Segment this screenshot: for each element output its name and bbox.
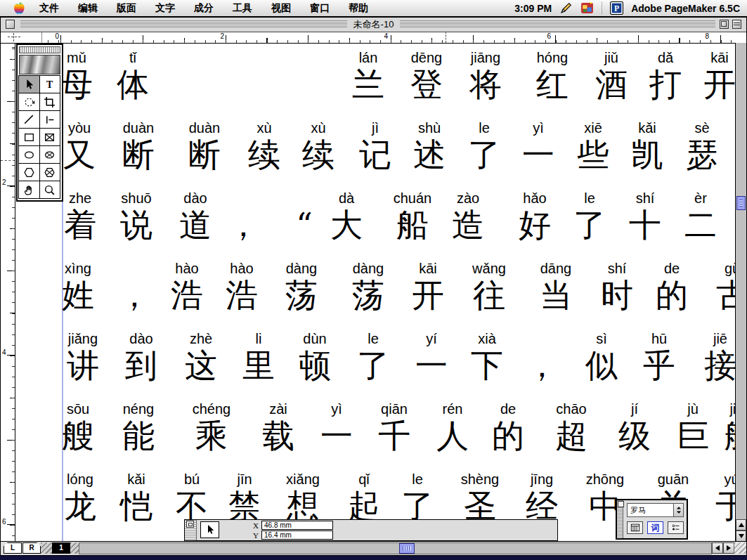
vruler-number: 4 [2, 349, 6, 356]
hanzi-char: ， [227, 208, 259, 242]
hanzi-char: 圣 [461, 489, 500, 523]
vertical-scrollbar[interactable] [735, 43, 746, 542]
application-icon[interactable] [580, 1, 594, 15]
master-page-right[interactable]: R [22, 542, 41, 554]
tool-pointer[interactable] [18, 75, 40, 93]
tool-line[interactable] [18, 110, 40, 129]
tool-text[interactable]: T [39, 75, 61, 93]
menu-help[interactable]: 帮助 [349, 2, 368, 15]
hanzi-char: 了 [468, 138, 500, 171]
menu-utilities[interactable]: 工具 [233, 2, 252, 15]
char-cell: ， [526, 330, 558, 382]
pencil-icon[interactable] [559, 1, 573, 15]
ruler-origin-box[interactable] [1, 32, 42, 44]
horizontal-scrollbar-thumb[interactable] [399, 543, 415, 554]
tool-constrained-line[interactable] [39, 110, 61, 129]
char-cell: mǔ母 [60, 48, 93, 101]
tool-polygon-frame[interactable] [39, 163, 61, 181]
pinyin-label: dēng [410, 48, 443, 67]
master-page-left[interactable]: L [4, 542, 22, 554]
char-cell: zào造 [452, 189, 484, 242]
collapse-box[interactable] [732, 20, 741, 29]
text-row-6: sōu艘néng能chéng乘zài载yì一qiān千rén人de的chāo超j… [15, 400, 735, 470]
window-resize-grip[interactable] [734, 542, 746, 554]
char-cell: li里 [242, 330, 275, 382]
char-cell: le了 [468, 119, 500, 171]
pinyin-label: le [401, 470, 434, 489]
hanzi-char: ， [118, 278, 150, 312]
hanzi-char: 往 [472, 278, 506, 312]
hanzi-char: 瑟 [686, 138, 718, 171]
menu-type[interactable]: 文字 [155, 2, 175, 15]
pinyin-label: lán [352, 48, 384, 67]
tool-rotate[interactable] [18, 93, 40, 111]
char-cell: yí一 [415, 330, 448, 382]
x-position-field[interactable]: 46.8 mm [261, 521, 333, 530]
pointer-tool-proxy-button[interactable] [200, 521, 219, 538]
apple-menu-icon[interactable] [13, 2, 25, 15]
scroll-left-button[interactable] [712, 542, 723, 554]
scroll-right-button[interactable] [723, 542, 734, 554]
zoom-box[interactable] [720, 20, 729, 29]
char-cell: sì似 [585, 330, 618, 382]
hanzi-char: 了 [401, 489, 434, 523]
menu-file[interactable]: 文件 [39, 2, 59, 15]
char-cell: xù续 [302, 119, 334, 171]
hanzi-char: 恺 [120, 489, 152, 523]
tool-rectangle[interactable] [18, 128, 40, 146]
page-icon-current[interactable]: 1 [52, 542, 70, 554]
char-cell: gǔ古 [716, 259, 735, 312]
charpal-word-button[interactable]: 词 [647, 521, 663, 534]
tool-polygon[interactable] [18, 163, 40, 181]
palette-mini-button[interactable] [618, 501, 624, 507]
pinyin-label: kāi [412, 259, 444, 278]
tool-ellipse-frame[interactable] [39, 145, 61, 164]
menu-window[interactable]: 窗口 [310, 2, 330, 15]
document-canvas[interactable]: mǔ母tǐ体lán兰dēng登jiāng将hóng红jiǔ酒dǎ打kāi开yòu… [15, 43, 735, 542]
tool-crop[interactable] [39, 93, 61, 111]
pinyin-label: hǎo [519, 189, 551, 208]
bottom-bar: L R 1 [1, 541, 746, 555]
hanzi-char: 龙 [64, 489, 96, 523]
tool-hand[interactable] [18, 181, 40, 199]
char-cell: shí十 [629, 189, 661, 242]
hanzi-char: 了 [573, 208, 606, 242]
script-dropdown[interactable]: 罗马 [627, 503, 684, 517]
stepper-icon[interactable] [673, 504, 683, 516]
active-app-name[interactable]: Adobe PageMaker 6.5C [631, 3, 740, 14]
char-cell: kāi开 [703, 48, 735, 101]
tool-ellipse[interactable] [18, 145, 40, 164]
pinyin-label [227, 189, 259, 208]
scroll-up-button[interactable] [736, 519, 746, 530]
toolbox-dragbar[interactable] [19, 46, 60, 53]
pinyin-label: jì [359, 119, 391, 138]
hanzi-char: 续 [248, 138, 280, 171]
menu-layout[interactable]: 版面 [117, 2, 136, 15]
tool-rectangle-frame[interactable] [39, 128, 61, 146]
char-cell: èr二 [684, 189, 717, 242]
vertical-scrollbar-thumb[interactable] [736, 196, 746, 210]
pinyin-label: kāi [703, 48, 735, 67]
y-position-field[interactable]: 16.4 mm [261, 530, 333, 540]
pinyin-label: dà [330, 189, 363, 208]
tool-zoom[interactable] [39, 181, 61, 199]
menu-element[interactable]: 成分 [194, 2, 214, 15]
scroll-down-button[interactable] [736, 530, 746, 542]
character-palette-dragbar[interactable] [617, 500, 623, 538]
char-cell: jiǎng讲 [67, 330, 99, 382]
horizontal-ruler: 02468 [41, 32, 735, 44]
close-box[interactable] [6, 20, 15, 29]
text-row-4: xìng姓，hào浩hào浩dàng荡dàng荡kāi开wǎng往dāng当sh… [15, 259, 735, 330]
window-titlebar[interactable]: 未命名-10 [1, 18, 746, 32]
menu-edit[interactable]: 编辑 [78, 2, 98, 15]
charpal-pinyin-grid-button[interactable] [627, 521, 643, 534]
pagemaker-app-icon[interactable]: P [610, 1, 623, 15]
apply-button[interactable] [186, 521, 194, 528]
menu-view[interactable]: 视图 [271, 2, 291, 15]
charpal-word-list-button[interactable] [668, 521, 684, 534]
control-palette-dragbar[interactable] [185, 520, 197, 540]
char-cell: xiē些 [577, 119, 609, 171]
char-cell: sōu艘 [62, 400, 94, 452]
hanzi-char: 一 [522, 138, 554, 171]
horizontal-scrollbar[interactable] [79, 542, 712, 554]
